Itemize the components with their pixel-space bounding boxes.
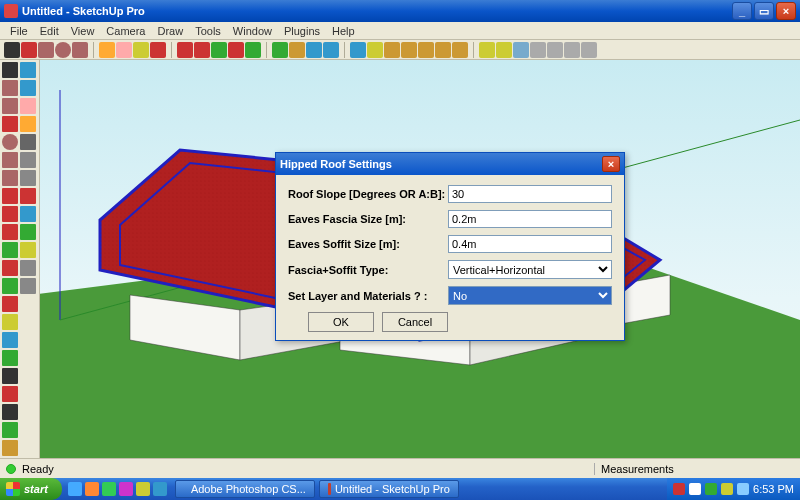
plugin5-icon[interactable] [20,260,36,276]
soffit-input[interactable] [448,235,612,253]
style4-icon[interactable] [581,42,597,58]
menu-plugins[interactable]: Plugins [278,23,326,39]
pushpull-tool-icon[interactable] [2,224,18,240]
zoom-tool-icon[interactable] [20,62,36,78]
rect-icon[interactable] [38,42,54,58]
iso-icon[interactable] [384,42,400,58]
zoom-ext-icon[interactable] [323,42,339,58]
top-icon[interactable] [401,42,417,58]
shadow-icon[interactable] [496,42,512,58]
tape-icon[interactable] [133,42,149,58]
tape-tool-icon[interactable] [2,314,18,330]
task-photoshop[interactable]: Adobe Photoshop CS... [175,480,315,498]
offset-tool-icon[interactable] [2,296,18,312]
tray-clock[interactable]: 6:53 PM [753,483,794,495]
select-tool-icon[interactable] [2,62,18,78]
eraser-icon[interactable] [116,42,132,58]
task-sketchup[interactable]: Untitled - SketchUp Pro [319,480,459,498]
start-button[interactable]: start [0,478,62,500]
dialog-titlebar[interactable]: Hipped Roof Settings × [276,153,624,175]
fascia-input[interactable] [448,210,612,228]
move-icon[interactable] [194,42,210,58]
followme-tool-icon[interactable] [2,260,18,276]
select-icon[interactable] [4,42,20,58]
circle-tool-icon[interactable] [2,134,18,150]
rect-tool-icon[interactable] [2,98,18,114]
pan-icon[interactable] [289,42,305,58]
minimize-button[interactable]: _ [732,2,752,20]
scale-icon[interactable] [245,42,261,58]
cancel-button[interactable]: Cancel [382,312,448,332]
freehand-tool-icon[interactable] [2,188,18,204]
circle-icon[interactable] [55,42,71,58]
axes-tool-icon[interactable] [2,386,18,402]
slope-input[interactable] [448,185,612,203]
orbit-icon[interactable] [272,42,288,58]
scale-tool-icon[interactable] [2,278,18,294]
tray-icon[interactable] [721,483,733,495]
make-comp-icon[interactable] [99,42,115,58]
ql-app3-icon[interactable] [136,482,150,496]
xray-icon[interactable] [513,42,529,58]
menu-file[interactable]: File [4,23,34,39]
back-icon[interactable] [452,42,468,58]
line-icon[interactable] [21,42,37,58]
ql-app1-icon[interactable] [102,482,116,496]
close-button[interactable]: × [776,2,796,20]
menu-edit[interactable]: Edit [34,23,65,39]
orbit-tool-icon[interactable] [2,422,18,438]
zoomwin-tool-icon[interactable] [20,80,36,96]
component-tool-icon[interactable] [20,116,36,132]
text-tool-icon[interactable] [2,368,18,384]
protractor-tool-icon[interactable] [2,350,18,366]
arc-icon[interactable] [72,42,88,58]
section-tool-icon[interactable] [20,134,36,150]
polygon-tool-icon[interactable] [2,170,18,186]
menu-view[interactable]: View [65,23,101,39]
style1-icon[interactable] [530,42,546,58]
dialog-close-button[interactable]: × [602,156,620,172]
style3-icon[interactable] [564,42,580,58]
ok-button[interactable]: OK [308,312,374,332]
ql-app2-icon[interactable] [119,482,133,496]
style2-icon[interactable] [547,42,563,58]
plugin3-icon[interactable] [20,224,36,240]
paint-icon[interactable] [150,42,166,58]
move-tool-icon[interactable] [2,206,18,222]
right-icon[interactable] [435,42,451,58]
plugin1-icon[interactable] [20,188,36,204]
look-tool-icon[interactable] [20,170,36,186]
ql-browser-icon[interactable] [85,482,99,496]
next-view-icon[interactable] [367,42,383,58]
dimension-tool-icon[interactable] [2,332,18,348]
maximize-button[interactable]: ▭ [754,2,774,20]
pan-tool-icon[interactable] [2,440,18,456]
tray-icon[interactable] [705,483,717,495]
plugin4-icon[interactable] [20,242,36,258]
tray-volume-icon[interactable] [737,483,749,495]
menu-camera[interactable]: Camera [100,23,151,39]
plugin2-icon[interactable] [20,206,36,222]
prev-view-icon[interactable] [350,42,366,58]
layer-select[interactable]: No [448,286,612,305]
paint-tool-icon[interactable] [2,80,18,96]
rotate-tool-icon[interactable] [2,242,18,258]
pushpull-icon[interactable] [177,42,193,58]
line-tool-icon[interactable] [2,116,18,132]
ql-app4-icon[interactable] [153,482,167,496]
menu-tools[interactable]: Tools [189,23,227,39]
menu-window[interactable]: Window [227,23,278,39]
zoom-icon[interactable] [306,42,322,58]
layer-icon[interactable] [479,42,495,58]
arc-tool-icon[interactable] [2,152,18,168]
tray-icon[interactable] [673,483,685,495]
ql-desktop-icon[interactable] [68,482,82,496]
rotate-icon[interactable] [211,42,227,58]
eraser-tool-icon[interactable] [20,98,36,114]
tray-icon[interactable] [689,483,701,495]
menu-draw[interactable]: Draw [151,23,189,39]
type-select[interactable]: Vertical+Horizontal [448,260,612,279]
offset-icon[interactable] [228,42,244,58]
front-icon[interactable] [418,42,434,58]
3dtext-tool-icon[interactable] [2,404,18,420]
